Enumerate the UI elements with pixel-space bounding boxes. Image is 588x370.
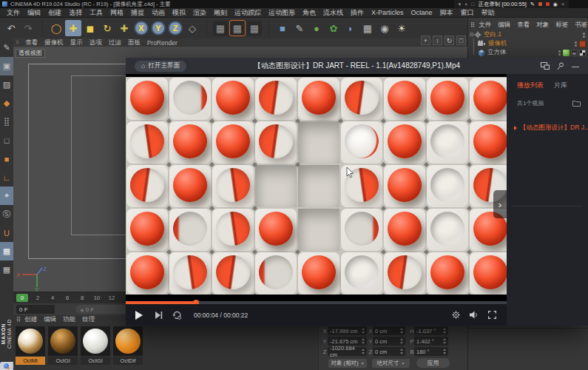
pan-view-icon[interactable]: + [421,36,430,45]
stepper-icon[interactable] [399,328,404,334]
coord-field-rotation-B[interactable]: 180 ° [414,347,448,356]
menu-脚本[interactable]: 脚本 [436,8,457,18]
viewport-view-label[interactable]: 透视视图 [16,49,45,58]
menu-网格[interactable]: 网格 [107,8,127,18]
recorder-close-icon[interactable]: × [561,1,564,7]
object-row-camera[interactable]: 摄像机 [468,39,588,48]
pen-tool-icon[interactable]: ✎ [291,20,308,36]
coords-mode-dropdown[interactable]: 对象 (相对)▼ [328,359,367,368]
scale-tool-icon[interactable]: ◼ [82,20,98,36]
stepper-icon[interactable] [361,328,365,334]
snap-icon[interactable]: Ⓢ [0,205,13,223]
menu-渲染[interactable]: 渲染 [189,8,210,18]
magnet-icon[interactable]: U [0,223,13,242]
material-thumb[interactable]: OctGl [48,326,78,365]
coord-field-size-Z[interactable]: 0 cm [373,347,405,356]
camera-tag[interactable] [579,41,586,47]
play-button[interactable] [126,311,151,320]
workplane-mode-icon[interactable]: ◆ [0,94,13,112]
polygons-mode-icon[interactable]: ■ [0,149,13,168]
edges-mode-icon[interactable]: □ [0,131,13,149]
menu-模拟[interactable]: 模拟 [169,8,189,18]
menu-捕捉[interactable]: 捕捉 [127,8,148,18]
viewport-menu-面板[interactable]: 面板 [125,38,143,47]
tab-library[interactable]: 片库 [554,81,567,90]
coord-system-icon[interactable]: ◇ [184,20,200,36]
om-menu-文件[interactable]: 文件 [476,21,494,30]
lock-z-axis-icon[interactable]: Z [168,21,183,36]
enable-grid-icon[interactable]: ▦ [0,242,13,260]
coord-field-rotation-H[interactable]: -1.037 ° [414,326,448,335]
last-tool-icon[interactable]: ✚ [116,20,132,36]
phong-tag[interactable] [571,50,578,56]
menu-运动跟踪[interactable]: 运动跟踪 [231,8,265,18]
stepper-icon[interactable] [361,349,365,354]
model-mode-icon[interactable]: ▣ [0,57,13,75]
deformer-icon[interactable]: ◗ [342,20,359,36]
material-menu-创建[interactable]: 创建 [21,315,40,324]
material-menu-功能[interactable]: 功能 [60,315,78,324]
visibility-dots[interactable] [573,41,578,47]
menu-流水线[interactable]: 流水线 [320,8,347,18]
recorder-dropdown-icon[interactable]: ▾ [459,1,462,7]
floor-icon[interactable]: ▦ [359,20,376,36]
om-menu-编辑[interactable]: 编辑 [495,21,513,30]
recorder-target-icon[interactable]: ⌖ [464,1,467,7]
coord-field-position-X[interactable]: -17.999 cm [328,326,367,335]
loop-mode-icon[interactable] [167,311,186,320]
undo-icon[interactable]: ↶ [3,20,19,36]
next-button[interactable] [151,312,167,319]
object-row-cube[interactable]: 立方体 [468,48,588,57]
zoom-view-icon[interactable]: ↕ [433,36,442,45]
screenshot-camera-icon[interactable]: ◉ [553,1,558,7]
stepper-icon[interactable] [399,338,404,344]
texture-tag[interactable] [579,50,586,56]
menu-雕刻[interactable]: 雕刻 [210,8,231,18]
folder-icon[interactable] [572,100,581,107]
subdivision-surface-icon[interactable]: ● [308,20,325,36]
material-thumb[interactable]: OctMi [16,326,45,365]
material-tag[interactable] [563,50,570,56]
menu-角色[interactable]: 角色 [299,8,320,18]
settings-gear-icon[interactable] [452,311,460,319]
pen-mode-icon[interactable]: ✎ [0,38,13,57]
visibility-dots[interactable] [557,50,561,56]
playlist-item[interactable]: 【动态图形设计】DR J... [507,124,588,132]
panel-grip-icon[interactable]: ⠿ [16,316,21,323]
viewport-menu-ProRender[interactable]: ProRender [144,39,180,47]
material-thumb[interactable]: OctGl [81,326,110,365]
light-icon[interactable]: ☀ [393,20,410,36]
menu-插件[interactable]: 插件 [347,8,368,18]
render-picture-viewer-icon[interactable]: ▦ [230,21,245,36]
menu-运动图形[interactable]: 运动图形 [265,8,299,18]
om-menu-查看[interactable]: 查看 [514,21,533,30]
menu-创建[interactable]: 创建 [44,8,65,18]
stepper-icon[interactable] [442,349,447,354]
expand-panel-button[interactable]: › [493,190,507,218]
live-selection-icon[interactable]: ◯ [48,20,64,36]
coord-field-size-Y[interactable]: 0 cm [373,337,405,346]
lock-x-axis-icon[interactable]: X [134,21,149,36]
axis-mode-icon[interactable]: ∟ [0,168,13,186]
menu-X-Particles[interactable]: X-Particles [368,8,408,18]
quantize-icon[interactable]: ▦ [0,260,13,279]
toggle-view-icon[interactable]: □ [456,36,466,45]
menu-帮助[interactable]: 帮助 [478,8,499,18]
current-frame-field[interactable]: 0 F [16,305,55,314]
coord-field-rotation-P[interactable]: 1.402 ° [414,337,448,346]
timeline-playhead[interactable]: 0 [16,294,28,302]
stepper-icon[interactable] [399,349,404,354]
visibility-dots[interactable] [581,33,586,38]
menu-编辑[interactable]: 编辑 [24,8,44,18]
menu-动画[interactable]: 动画 [148,8,169,18]
render-settings-icon[interactable]: ▦ [247,21,262,36]
panel-grip-icon[interactable]: ⠿ [470,21,475,29]
stepper-icon[interactable] [442,328,447,334]
player-home-button[interactable]: ⌂ 打开主界面 [135,61,186,72]
rotate-view-icon[interactable]: ↻ [445,36,454,45]
coord-field-size-X[interactable]: 0 cm [373,326,405,335]
object-row-null[interactable]: ⊟ 空白.1 [468,30,588,39]
rotate-tool-icon[interactable]: ↻ [99,20,115,36]
viewport-menu-显示[interactable]: 显示 [67,38,86,47]
add-cube-icon[interactable]: ■ [274,20,291,36]
